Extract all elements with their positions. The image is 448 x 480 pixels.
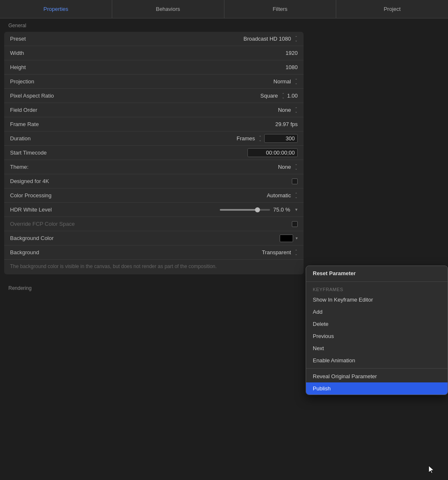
background-stepper[interactable] — [294, 250, 298, 255]
hdr-slider-fill — [220, 209, 257, 211]
context-menu-reveal-original[interactable]: Reveal Original Parameter — [306, 370, 448, 382]
duration-sublabel-stepper[interactable] — [257, 136, 262, 142]
height-value: 1080 — [286, 64, 298, 70]
theme-row: Theme: None — [4, 160, 304, 174]
preset-label: Preset — [10, 36, 85, 42]
separator-2 — [306, 368, 448, 369]
background-label: Background — [10, 249, 85, 255]
width-row: Width 1920 — [4, 46, 304, 60]
context-menu-show-keyframe[interactable]: Show In Keyframe Editor — [306, 294, 448, 306]
general-section-header: General — [0, 18, 308, 32]
height-label: Height — [10, 64, 85, 70]
tab-bar: Properties Behaviors Filters Project — [0, 0, 448, 18]
field-order-stepper[interactable] — [294, 107, 298, 113]
duration-sublabel: Frames — [237, 135, 255, 142]
preset-value: Broadcast HD 1080 — [244, 36, 291, 42]
frame-rate-value: 29.97 fps — [275, 121, 298, 127]
projection-stepper[interactable] — [294, 79, 298, 85]
background-value: Transparent — [262, 249, 291, 255]
context-menu-enable-animation[interactable]: Enable Animation — [306, 354, 448, 366]
background-color-swatch[interactable] — [280, 235, 293, 242]
color-processing-stepper[interactable] — [294, 193, 298, 199]
hdr-white-level-label: HDR White Level — [10, 206, 85, 213]
width-value: 1920 — [286, 50, 298, 56]
color-processing-value: Automatic — [267, 192, 291, 199]
projection-value: Normal — [273, 78, 291, 85]
start-timecode-input[interactable] — [247, 148, 298, 157]
height-row: Height 1080 — [4, 60, 304, 75]
context-menu-add[interactable]: Add — [306, 306, 448, 318]
pixel-aspect-value1: Square — [260, 93, 278, 99]
pixel-aspect-ratio-row: Pixel Aspect Ratio Square 1.00 — [4, 89, 304, 103]
frame-rate-label: Frame Rate — [10, 121, 85, 127]
field-order-row: Field Order None — [4, 103, 304, 117]
override-fcp-row: Override FCP Color Space — [4, 217, 304, 231]
context-menu-keyframes-label: KEYFRAMES — [306, 284, 448, 294]
tab-properties[interactable]: Properties — [0, 0, 112, 18]
main-content: General Preset Broadcast HD 1080 Width 1… — [0, 18, 308, 480]
duration-label: Duration — [10, 135, 85, 142]
tab-filters[interactable]: Filters — [224, 0, 337, 18]
hdr-slider-track[interactable] — [220, 209, 270, 211]
designed-4k-row: Designed for 4K — [4, 174, 304, 188]
duration-row: Duration Frames — [4, 132, 304, 146]
pixel-aspect-value2: 1.00 — [287, 93, 298, 99]
hdr-white-level-row: HDR White Level 75.0 % ▾ — [4, 203, 304, 217]
background-color-dropdown[interactable]: ▾ — [296, 236, 298, 240]
preset-row: Preset Broadcast HD 1080 — [4, 32, 304, 46]
theme-label: Theme: — [10, 164, 85, 170]
description-row: The background color is visible in the c… — [4, 260, 304, 274]
designed-4k-checkbox[interactable] — [292, 178, 298, 184]
pixel-aspect-stepper[interactable] — [281, 93, 285, 99]
field-order-label: Field Order — [10, 107, 85, 113]
start-timecode-row: Start Timecode — [4, 146, 304, 160]
width-label: Width — [10, 50, 85, 56]
designed-4k-label: Designed for 4K — [10, 178, 85, 184]
duration-input[interactable] — [264, 134, 298, 143]
hdr-expand-arrow[interactable]: ▾ — [295, 207, 298, 212]
properties-panel: Preset Broadcast HD 1080 Width 1920 Heig… — [4, 32, 304, 274]
theme-value: None — [278, 164, 291, 170]
pixel-aspect-ratio-label: Pixel Aspect Ratio — [10, 93, 85, 99]
frame-rate-row: Frame Rate 29.97 fps — [4, 117, 304, 132]
tab-behaviors[interactable]: Behaviors — [112, 0, 224, 18]
projection-row: Projection Normal — [4, 75, 304, 89]
override-fcp-label: Override FCP Color Space — [10, 221, 85, 227]
override-fcp-checkbox[interactable] — [292, 221, 298, 227]
field-order-value: None — [278, 107, 291, 113]
hdr-slider-thumb — [255, 207, 260, 212]
color-processing-row: Color Processing Automatic — [4, 188, 304, 203]
context-menu-reset[interactable]: Reset Parameter — [306, 266, 448, 280]
separator-1 — [306, 281, 448, 282]
cursor — [428, 465, 435, 472]
projection-label: Projection — [10, 78, 85, 85]
context-menu-previous[interactable]: Previous — [306, 330, 448, 342]
description-text: The background color is visible in the c… — [10, 263, 217, 269]
tab-project[interactable]: Project — [336, 0, 448, 18]
context-menu: Reset Parameter KEYFRAMES Show In Keyfra… — [306, 266, 448, 395]
rendering-section-header: Rendering — [0, 281, 308, 294]
hdr-white-level-value: 75.0 % — [273, 206, 290, 213]
context-menu-publish[interactable]: Publish — [306, 382, 448, 395]
theme-stepper[interactable] — [294, 164, 298, 170]
preset-stepper[interactable] — [294, 36, 298, 42]
context-menu-next[interactable]: Next — [306, 342, 448, 354]
color-processing-label: Color Processing — [10, 192, 85, 199]
context-menu-delete[interactable]: Delete — [306, 318, 448, 330]
background-row: Background Transparent — [4, 245, 304, 260]
background-color-label: Background Color — [10, 235, 85, 241]
background-color-row: Background Color ▾ — [4, 231, 304, 245]
start-timecode-label: Start Timecode — [10, 150, 85, 156]
